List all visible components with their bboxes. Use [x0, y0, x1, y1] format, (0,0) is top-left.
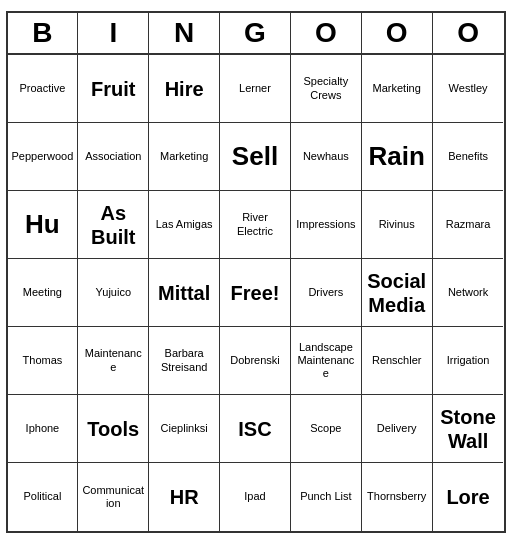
cell-r5-c0: Iphone: [8, 395, 79, 463]
cell-r2-c0: Hu: [8, 191, 79, 259]
cell-r5-c6: Stone Wall: [433, 395, 504, 463]
cell-r1-c3: Sell: [220, 123, 291, 191]
cell-text: Westley: [449, 82, 488, 95]
cell-r6-c3: Ipad: [220, 463, 291, 531]
cell-r4-c2: Barbara Streisand: [149, 327, 220, 395]
cell-text: As Built: [82, 201, 144, 249]
cell-r3-c1: Yujuico: [78, 259, 149, 327]
cell-r6-c0: Political: [8, 463, 79, 531]
cell-text: Landscape Maintenance: [295, 341, 357, 381]
cell-text: Sell: [232, 141, 278, 172]
bingo-grid: ProactiveFruitHireLernerSpecialty CrewsM…: [8, 55, 504, 531]
cell-text: Specialty Crews: [295, 75, 357, 101]
cell-text: Dobrenski: [230, 354, 280, 367]
cell-r0-c4: Specialty Crews: [291, 55, 362, 123]
cell-text: Pepperwood: [12, 150, 74, 163]
cell-text: Delivery: [377, 422, 417, 435]
cell-text: Ipad: [244, 490, 265, 503]
cell-r1-c6: Benefits: [433, 123, 504, 191]
cell-text: Newhaus: [303, 150, 349, 163]
cell-r6-c1: Communication: [78, 463, 149, 531]
cell-r5-c1: Tools: [78, 395, 149, 463]
cell-text: HR: [170, 485, 199, 509]
cell-r5-c2: Cieplinksi: [149, 395, 220, 463]
cell-r6-c6: Lore: [433, 463, 504, 531]
cell-text: Thornsberry: [367, 490, 426, 503]
cell-r3-c6: Network: [433, 259, 504, 327]
cell-r2-c2: Las Amigas: [149, 191, 220, 259]
cell-text: Hu: [25, 209, 60, 240]
cell-text: Mittal: [158, 281, 210, 305]
cell-r1-c2: Marketing: [149, 123, 220, 191]
cell-r2-c4: Impressions: [291, 191, 362, 259]
cell-r4-c6: Irrigation: [433, 327, 504, 395]
cell-r0-c0: Proactive: [8, 55, 79, 123]
cell-r2-c1: As Built: [78, 191, 149, 259]
cell-text: Thomas: [23, 354, 63, 367]
cell-r4-c0: Thomas: [8, 327, 79, 395]
cell-text: Association: [85, 150, 141, 163]
cell-text: Lerner: [239, 82, 271, 95]
cell-text: Hire: [165, 77, 204, 101]
cell-text: Yujuico: [96, 286, 131, 299]
cell-text: Drivers: [308, 286, 343, 299]
cell-text: Proactive: [19, 82, 65, 95]
cell-r0-c6: Westley: [433, 55, 504, 123]
cell-text: Lore: [446, 485, 489, 509]
header-cell: O: [433, 13, 504, 53]
header-cell: G: [220, 13, 291, 53]
cell-text: ISC: [238, 417, 271, 441]
cell-r2-c5: Rivinus: [362, 191, 433, 259]
cell-text: Communication: [82, 484, 144, 510]
cell-text: Impressions: [296, 218, 355, 231]
cell-r4-c4: Landscape Maintenance: [291, 327, 362, 395]
cell-r5-c4: Scope: [291, 395, 362, 463]
header-cell: N: [149, 13, 220, 53]
cell-text: Cieplinksi: [161, 422, 208, 435]
cell-text: Free!: [231, 281, 280, 305]
cell-r0-c1: Fruit: [78, 55, 149, 123]
cell-text: Political: [23, 490, 61, 503]
cell-r4-c5: Renschler: [362, 327, 433, 395]
cell-text: Rivinus: [379, 218, 415, 231]
cell-r1-c1: Association: [78, 123, 149, 191]
cell-text: Irrigation: [447, 354, 490, 367]
header-cell: O: [362, 13, 433, 53]
cell-text: Las Amigas: [156, 218, 213, 231]
cell-text: Marketing: [160, 150, 208, 163]
cell-text: Fruit: [91, 77, 135, 101]
cell-text: Maintenance: [82, 347, 144, 373]
cell-text: Benefits: [448, 150, 488, 163]
cell-r1-c0: Pepperwood: [8, 123, 79, 191]
cell-text: Meeting: [23, 286, 62, 299]
cell-r2-c3: River Electric: [220, 191, 291, 259]
cell-text: Razmara: [446, 218, 491, 231]
cell-r3-c3: Free!: [220, 259, 291, 327]
header-cell: B: [8, 13, 79, 53]
cell-r0-c2: Hire: [149, 55, 220, 123]
cell-r0-c5: Marketing: [362, 55, 433, 123]
cell-text: Iphone: [26, 422, 60, 435]
cell-r6-c2: HR: [149, 463, 220, 531]
cell-r2-c6: Razmara: [433, 191, 504, 259]
cell-r1-c5: Rain: [362, 123, 433, 191]
cell-text: Rain: [369, 141, 425, 172]
header-cell: O: [291, 13, 362, 53]
header-cell: I: [78, 13, 149, 53]
bingo-card: BINGOOO ProactiveFruitHireLernerSpecialt…: [6, 11, 506, 533]
cell-text: Barbara Streisand: [153, 347, 215, 373]
cell-r3-c5: Social Media: [362, 259, 433, 327]
cell-r4-c1: Maintenance: [78, 327, 149, 395]
cell-r5-c3: ISC: [220, 395, 291, 463]
cell-text: River Electric: [224, 211, 286, 237]
cell-r6-c5: Thornsberry: [362, 463, 433, 531]
cell-r6-c4: Punch List: [291, 463, 362, 531]
cell-text: Marketing: [373, 82, 421, 95]
cell-r3-c0: Meeting: [8, 259, 79, 327]
header-row: BINGOOO: [8, 13, 504, 55]
cell-text: Network: [448, 286, 488, 299]
cell-r1-c4: Newhaus: [291, 123, 362, 191]
cell-text: Tools: [87, 417, 139, 441]
cell-r0-c3: Lerner: [220, 55, 291, 123]
cell-text: Stone Wall: [437, 405, 500, 453]
